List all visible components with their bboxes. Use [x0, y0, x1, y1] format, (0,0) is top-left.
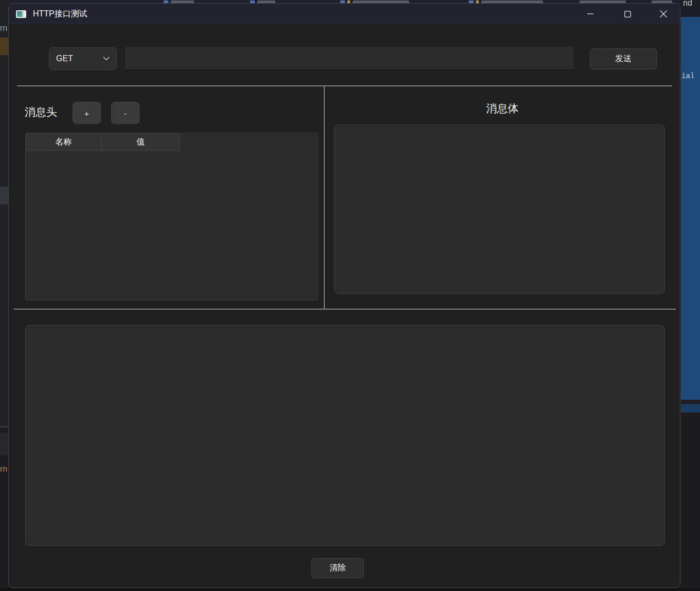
clear-button[interactable]: 清除 — [311, 558, 364, 578]
background-highlight-fragment — [0, 433, 8, 456]
column-header-value[interactable]: 值 — [102, 133, 180, 151]
background-text-fragment: rn — [0, 464, 8, 476]
background-text-fragment: rn — [0, 24, 8, 35]
body-textarea[interactable] — [334, 124, 665, 294]
background-tab-text-fragment: nd — [683, 0, 692, 8]
background-selected-item-fragment — [0, 38, 8, 55]
background-editor-fragment — [680, 413, 700, 591]
headers-table[interactable]: 名称 值 — [25, 133, 318, 300]
window-title: HTTP接口测试 — [33, 9, 87, 20]
app-window: HTTP接口测试 GET 发送 消息头 + - 名称 — [8, 3, 680, 588]
chevron-down-icon — [103, 57, 110, 61]
add-header-button[interactable]: + — [73, 102, 101, 124]
minimize-icon — [587, 11, 593, 17]
close-button[interactable] — [648, 4, 679, 24]
close-icon — [660, 10, 667, 17]
remove-header-button[interactable]: - — [111, 102, 139, 124]
headers-table-header-row: 名称 值 — [26, 133, 318, 151]
background-selection-fragment — [681, 404, 700, 413]
maximize-icon — [624, 11, 631, 17]
method-select[interactable]: GET — [49, 47, 117, 70]
background-divider-fragment — [0, 426, 8, 427]
background-left-panel — [0, 0, 8, 427]
column-header-name[interactable]: 名称 — [26, 133, 102, 151]
horizontal-splitter-bottom[interactable] — [14, 309, 676, 310]
titlebar[interactable]: HTTP接口测试 — [9, 4, 680, 24]
send-button[interactable]: 发送 — [590, 48, 657, 69]
body-panel-title: 消息体 — [324, 101, 680, 116]
background-bottom-strip — [0, 588, 700, 591]
screen: rn rn ial nd HTTP接口测试 — [0, 0, 700, 591]
response-textarea[interactable] — [25, 325, 665, 546]
background-highlight-fragment — [0, 187, 8, 204]
minimize-button[interactable] — [575, 4, 606, 24]
url-input[interactable] — [125, 47, 574, 70]
maximize-button[interactable] — [612, 4, 643, 24]
horizontal-splitter-top[interactable] — [17, 85, 672, 86]
headers-panel-title: 消息头 — [25, 105, 57, 119]
background-code-fragment: ial — [681, 72, 694, 80]
app-window-icon — [16, 10, 26, 18]
method-select-value: GET — [56, 54, 73, 63]
vertical-splitter[interactable] — [324, 86, 325, 309]
